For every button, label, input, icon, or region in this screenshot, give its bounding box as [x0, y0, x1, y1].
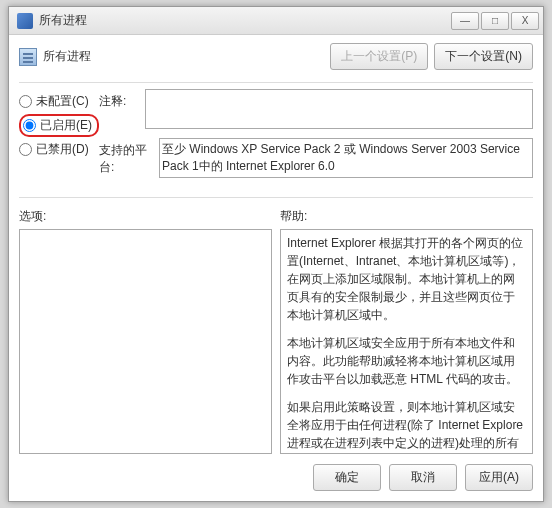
platform-textarea: [159, 138, 533, 178]
fields-column: 注释: 支持的平台:: [99, 89, 533, 187]
options-column: 选项:: [19, 208, 272, 454]
comment-label: 注释:: [99, 89, 145, 132]
help-paragraph: 如果启用此策略设置，则本地计算机区域安全将应用于由任何进程(除了 Interne…: [287, 398, 526, 454]
comment-textarea[interactable]: [145, 89, 533, 129]
nav-buttons: 上一个设置(P) 下一个设置(N): [330, 43, 533, 70]
platform-label: 支持的平台:: [99, 138, 159, 181]
lists-row: 选项: 帮助: Internet Explorer 根据其打开的各个网页的位置(…: [19, 208, 533, 454]
comment-row: 注释:: [99, 89, 533, 132]
radio-disabled-label: 已禁用(D): [36, 141, 89, 158]
separator-2: [19, 197, 533, 198]
cancel-button[interactable]: 取消: [389, 464, 457, 491]
radio-disabled[interactable]: 已禁用(D): [19, 141, 99, 158]
radio-unconfigured-label: 未配置(C): [36, 93, 89, 110]
options-listbox[interactable]: [19, 229, 272, 454]
help-paragraph: Internet Explorer 根据其打开的各个网页的位置(Internet…: [287, 234, 526, 324]
platform-row: 支持的平台:: [99, 138, 533, 181]
apply-button[interactable]: 应用(A): [465, 464, 533, 491]
close-button[interactable]: X: [511, 12, 539, 30]
window-title: 所有进程: [39, 12, 449, 29]
app-icon: [17, 13, 33, 29]
maximize-button[interactable]: □: [481, 12, 509, 30]
header-row: 所有进程 上一个设置(P) 下一个设置(N): [19, 43, 533, 70]
help-label: 帮助:: [280, 208, 533, 225]
window-controls: — □ X: [449, 12, 539, 30]
radio-group: 未配置(C) 已启用(E) 已禁用(D): [19, 89, 99, 187]
titlebar[interactable]: 所有进程 — □ X: [9, 7, 543, 35]
form-area: 未配置(C) 已启用(E) 已禁用(D) 注释:: [19, 89, 533, 187]
help-paragraph: 本地计算机区域安全应用于所有本地文件和内容。此功能帮助减轻将本地计算机区域用作攻…: [287, 334, 526, 388]
options-label: 选项:: [19, 208, 272, 225]
radio-enabled-label: 已启用(E): [40, 117, 92, 134]
radio-enabled[interactable]: 已启用(E): [19, 114, 99, 137]
separator: [19, 82, 533, 83]
header-left: 所有进程: [19, 48, 91, 66]
radio-disabled-input[interactable]: [19, 143, 32, 156]
radio-enabled-input[interactable]: [23, 119, 36, 132]
policy-title: 所有进程: [43, 48, 91, 65]
content-area: 所有进程 上一个设置(P) 下一个设置(N) 未配置(C) 已启用(E): [9, 35, 543, 501]
policy-icon: [19, 48, 37, 66]
help-column: 帮助: Internet Explorer 根据其打开的各个网页的位置(Inte…: [280, 208, 533, 454]
help-textbox[interactable]: Internet Explorer 根据其打开的各个网页的位置(Internet…: [280, 229, 533, 454]
prev-setting-button[interactable]: 上一个设置(P): [330, 43, 428, 70]
ok-button[interactable]: 确定: [313, 464, 381, 491]
radio-unconfigured[interactable]: 未配置(C): [19, 93, 99, 110]
footer-buttons: 确定 取消 应用(A): [19, 454, 533, 491]
dialog-window: 所有进程 — □ X 所有进程 上一个设置(P) 下一个设置(N) 未配置(C): [8, 6, 544, 502]
minimize-button[interactable]: —: [451, 12, 479, 30]
next-setting-button[interactable]: 下一个设置(N): [434, 43, 533, 70]
radio-unconfigured-input[interactable]: [19, 95, 32, 108]
